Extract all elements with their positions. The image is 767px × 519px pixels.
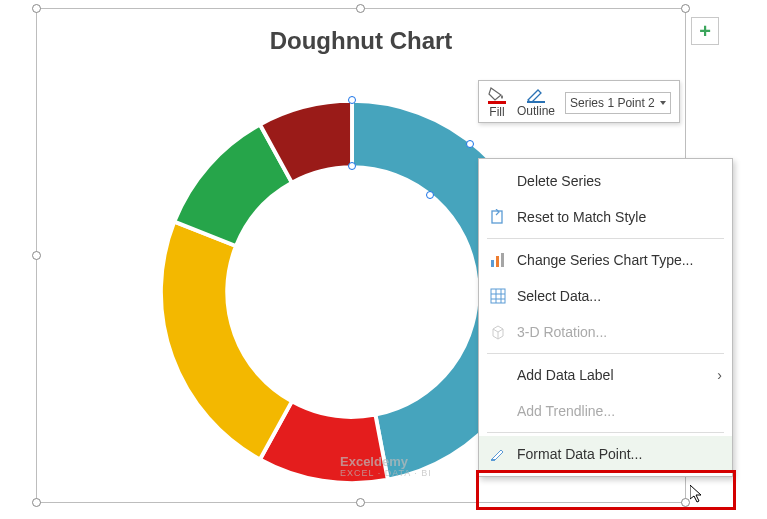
data-point-handle[interactable] bbox=[348, 162, 356, 170]
cube-icon bbox=[489, 323, 507, 341]
menu-label: Add Data Label bbox=[517, 367, 614, 383]
svg-rect-5 bbox=[501, 253, 504, 267]
context-menu: Delete Series Reset to Match Style Chang… bbox=[478, 158, 733, 477]
blank-icon bbox=[489, 366, 507, 384]
selection-handle[interactable] bbox=[32, 498, 41, 507]
selection-handle[interactable] bbox=[32, 4, 41, 13]
data-point-handle[interactable] bbox=[426, 191, 434, 199]
svg-rect-4 bbox=[496, 256, 499, 267]
fill-button[interactable]: Fill bbox=[487, 86, 507, 119]
grid-icon bbox=[489, 287, 507, 305]
chevron-right-icon: › bbox=[717, 367, 722, 383]
selection-handle[interactable] bbox=[681, 498, 690, 507]
menu-label: Select Data... bbox=[517, 288, 601, 304]
menu-separator bbox=[487, 432, 724, 433]
menu-change-chart-type[interactable]: Change Series Chart Type... bbox=[479, 242, 732, 278]
svg-rect-0 bbox=[488, 101, 506, 104]
fill-label: Fill bbox=[489, 105, 504, 119]
plus-icon: + bbox=[699, 20, 711, 43]
selection-handle[interactable] bbox=[681, 4, 690, 13]
menu-reset-style[interactable]: Reset to Match Style bbox=[479, 199, 732, 235]
data-point-handle[interactable] bbox=[466, 140, 474, 148]
menu-separator bbox=[487, 353, 724, 354]
watermark: Exceldemy EXCEL · DATA · BI bbox=[340, 455, 432, 479]
svg-rect-3 bbox=[491, 260, 494, 267]
menu-label: Delete Series bbox=[517, 173, 601, 189]
selection-handle[interactable] bbox=[356, 4, 365, 13]
reset-icon bbox=[489, 208, 507, 226]
chart-elements-button[interactable]: + bbox=[691, 17, 719, 45]
chart-title[interactable]: Doughnut Chart bbox=[37, 9, 685, 61]
menu-label: Format Data Point... bbox=[517, 446, 642, 462]
watermark-title: Exceldemy bbox=[340, 455, 432, 469]
blank-icon bbox=[489, 402, 507, 420]
menu-add-trendline: Add Trendline... bbox=[479, 393, 732, 429]
svg-rect-1 bbox=[527, 101, 545, 103]
menu-label: Add Trendline... bbox=[517, 403, 615, 419]
menu-add-data-label[interactable]: Add Data Label › bbox=[479, 357, 732, 393]
selection-handle[interactable] bbox=[32, 251, 41, 260]
pen-icon bbox=[526, 87, 546, 103]
series-selector-value: Series 1 Point 2 bbox=[570, 96, 655, 110]
menu-label: Change Series Chart Type... bbox=[517, 252, 693, 268]
svg-rect-6 bbox=[491, 289, 505, 303]
svg-rect-2 bbox=[492, 211, 502, 223]
watermark-subtitle: EXCEL · DATA · BI bbox=[340, 469, 432, 479]
svg-rect-11 bbox=[491, 459, 495, 461]
menu-format-data-point[interactable]: Format Data Point... bbox=[479, 436, 732, 472]
menu-separator bbox=[487, 238, 724, 239]
series-selector-dropdown[interactable]: Series 1 Point 2 bbox=[565, 92, 671, 114]
mini-toolbar: Fill Outline Series 1 Point 2 bbox=[478, 80, 680, 123]
format-icon bbox=[489, 445, 507, 463]
selection-handle[interactable] bbox=[356, 498, 365, 507]
menu-label: Reset to Match Style bbox=[517, 209, 646, 225]
menu-delete-series[interactable]: Delete Series bbox=[479, 163, 732, 199]
menu-select-data[interactable]: Select Data... bbox=[479, 278, 732, 314]
outline-label: Outline bbox=[517, 104, 555, 118]
menu-label: 3-D Rotation... bbox=[517, 324, 607, 340]
bar-chart-icon bbox=[489, 251, 507, 269]
outline-button[interactable]: Outline bbox=[517, 87, 555, 118]
menu-3d-rotation: 3-D Rotation... bbox=[479, 314, 732, 350]
blank-icon bbox=[489, 172, 507, 190]
fill-bucket-icon bbox=[487, 86, 507, 104]
doughnut-slice[interactable] bbox=[161, 222, 292, 460]
data-point-handle[interactable] bbox=[348, 96, 356, 104]
chevron-down-icon bbox=[660, 101, 666, 105]
